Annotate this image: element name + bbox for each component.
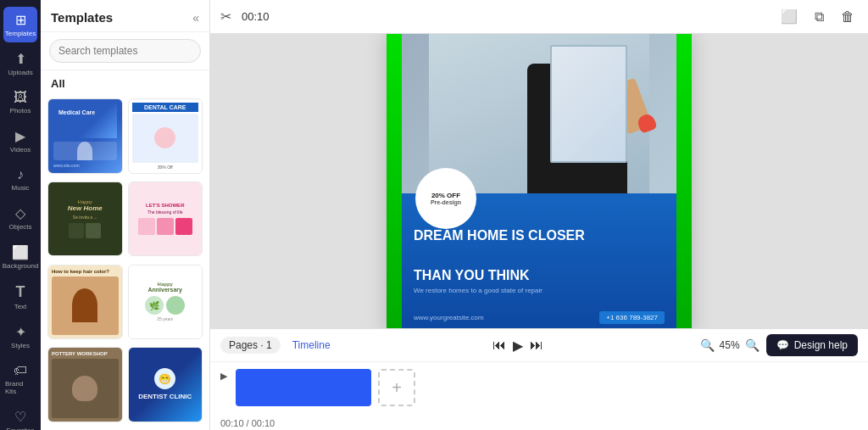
template-lets-shower[interactable]: LET'S SHOWER The blessing of life <box>128 181 203 257</box>
design-subtext: We restore homes to a good state of repa… <box>414 287 665 294</box>
templates-header: Templates « <box>41 0 209 32</box>
styles-icon: ✦ <box>15 324 26 340</box>
template-pottery-workshop[interactable]: POTTERY WORKSHOP <box>47 347 123 422</box>
skip-back-button[interactable]: ⏮ <box>492 338 506 353</box>
time-display: 00:10 / 00:10 <box>220 413 275 428</box>
uploads-icon: ⬆ <box>15 51 26 67</box>
sidebar-item-label: Videos <box>10 146 31 154</box>
timeline-item-1 <box>236 369 371 406</box>
design-phone: +1 636 789-3827 <box>599 311 665 324</box>
delete-button[interactable]: 🗑 <box>837 6 858 28</box>
templates-panel-title: Templates <box>51 10 113 25</box>
sidebar-item-label: Styles <box>11 342 30 349</box>
add-clip-button[interactable]: + <box>378 369 415 406</box>
template-medical-care[interactable]: Medical Care www.site.com <box>47 98 123 174</box>
headline-line1: DREAM HOME IS CLOSER <box>414 227 665 243</box>
wall-panel <box>550 45 627 163</box>
sidebar-item-label: Templates <box>5 30 36 37</box>
templates-panel: Templates « All Medical Care www.site.co… <box>41 0 210 430</box>
search-bar <box>41 32 209 70</box>
pages-button[interactable]: Pages · 1 <box>220 337 281 354</box>
template-label: Medical Care <box>53 104 117 138</box>
template-label: How to keep hair color? <box>52 269 119 274</box>
glove <box>636 112 658 134</box>
timeline-tab[interactable]: Timeline <box>287 337 336 354</box>
design-help-button[interactable]: 💬 Design help <box>766 334 858 356</box>
copy-button[interactable]: ⧉ <box>811 6 827 28</box>
design-help-label: Design help <box>794 339 848 351</box>
timeline-flag: ▶ <box>220 371 227 382</box>
zoom-out-button[interactable]: 🔍 <box>700 338 715 352</box>
sidebar-item-text[interactable]: T Text <box>3 278 37 316</box>
zoom-controls: 🔍 45% 🔍 <box>700 338 760 352</box>
sidebar-item-label: Favorites <box>7 427 35 430</box>
design-url: www.yourgreatsite.com <box>414 314 484 321</box>
template-hair-color[interactable]: How to keep hair color? <box>47 265 123 340</box>
template-label: Se invita a ... <box>73 215 97 220</box>
sidebar-item-label: Brand Kits <box>5 380 36 395</box>
sidebar-item-uploads[interactable]: ⬆ Uploads <box>3 46 37 81</box>
sidebar-item-label: Uploads <box>8 69 32 76</box>
template-label: POTTERY WORKSHOP <box>52 351 119 356</box>
text-icon: T <box>16 283 25 301</box>
time-display-bar: 00:10 / 00:10 <box>210 413 868 430</box>
sidebar-nav: ⊞ Templates ⬆ Uploads 🖼 Photos ▶ Videos … <box>0 0 41 430</box>
template-dental-care[interactable]: DENTAL CARE 30% Off <box>128 98 203 174</box>
sidebar-item-objects[interactable]: ◇ Objects <box>3 200 37 236</box>
editor-toolbar: ✂ 00:10 ⬜ ⧉ 🗑 <box>210 0 868 34</box>
frame-button[interactable]: ⬜ <box>777 5 801 28</box>
sidebar-item-brandkits[interactable]: 🏷 Brand Kits <box>3 358 37 400</box>
template-label: The blessing of life <box>147 209 183 215</box>
objects-icon: ◇ <box>15 205 25 221</box>
brandkits-icon: 🏷 <box>14 363 27 378</box>
photos-icon: 🖼 <box>14 90 27 105</box>
sidebar-item-label: Text <box>14 303 27 310</box>
sidebar-item-label: Music <box>12 184 30 192</box>
template-label: DENTAL CARE <box>132 103 199 112</box>
editor-area: ✂ 00:10 ⬜ ⧉ 🗑 <box>210 0 868 430</box>
play-button[interactable]: ▶ <box>513 338 523 354</box>
videos-icon: ▶ <box>15 128 25 144</box>
design-help-icon: 💬 <box>776 339 789 351</box>
scissors-icon[interactable]: ✂ <box>220 8 231 25</box>
sidebar-item-videos[interactable]: ▶ Videos <box>3 123 37 159</box>
current-time: 00:10 <box>242 10 270 23</box>
sidebar-item-label: Background <box>3 262 39 270</box>
play-controls: ⏮ ▶ ⏭ <box>492 338 543 354</box>
sidebar-item-templates[interactable]: ⊞ Templates <box>3 7 37 42</box>
template-label: LET'S SHOWER <box>146 203 184 208</box>
plus-icon: + <box>392 378 402 398</box>
template-label: New Home <box>68 204 103 212</box>
timeline-controls: Pages · 1 Timeline ⏮ ▶ ⏭ 🔍 45% 🔍 💬 Desig… <box>210 329 868 362</box>
headline-line2: THAN YOU THINK <box>414 267 665 283</box>
offer-badge: 20% OFF Pre-design <box>415 168 476 229</box>
template-dentist-clinic[interactable]: 😁 Dentist Clinic <box>128 347 203 422</box>
template-label: Anniversary <box>148 287 182 293</box>
sidebar-item-favorites[interactable]: ♡ Favorites <box>3 404 37 430</box>
design-footer: www.yourgreatsite.com +1 636 789-3827 <box>414 311 665 324</box>
timeline-content: ▶ + <box>210 362 868 413</box>
design-bottom: 20% OFF Pre-design DREAM HOME IS CLOSER … <box>402 193 676 328</box>
timeline-clip[interactable] <box>236 369 371 406</box>
background-icon: ⬜ <box>12 244 29 260</box>
favorites-icon: ♡ <box>14 409 26 425</box>
template-dentist-label: Dentist Clinic <box>138 393 192 401</box>
template-happy-new-home[interactable]: Happy New Home Se invita a ... <box>47 181 123 257</box>
sidebar-item-music[interactable]: ♪ Music <box>3 162 37 197</box>
sidebar-item-background[interactable]: ⬜ Background <box>3 239 37 275</box>
search-input[interactable] <box>49 39 201 63</box>
collapse-panel-button[interactable]: « <box>192 11 199 25</box>
all-label: All <box>41 70 209 93</box>
templates-icon: ⊞ <box>15 12 26 28</box>
zoom-in-button[interactable]: 🔍 <box>745 338 760 352</box>
canvas-area: 20% OFF Pre-design DREAM HOME IS CLOSER … <box>210 34 868 328</box>
sidebar-item-styles[interactable]: ✦ Styles <box>3 319 37 355</box>
design-card: 20% OFF Pre-design DREAM HOME IS CLOSER … <box>387 34 692 328</box>
zoom-percent: 45% <box>720 339 740 351</box>
sidebar-item-label: Objects <box>8 223 31 231</box>
template-anniversary[interactable]: Happy Anniversary 🌿 25 years <box>128 265 203 340</box>
sidebar-item-photos[interactable]: 🖼 Photos <box>3 85 37 120</box>
skip-forward-button[interactable]: ⏭ <box>530 338 543 353</box>
sidebar-item-label: Photos <box>10 107 31 114</box>
music-icon: ♪ <box>17 167 24 182</box>
